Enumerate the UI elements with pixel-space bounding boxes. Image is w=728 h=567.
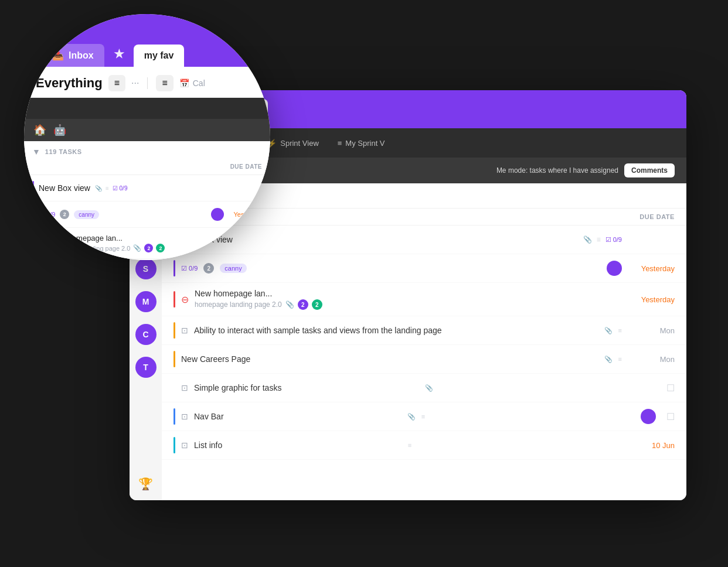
task-name-main: New homepage lan...: [195, 289, 622, 298]
subtask-icon: ⊡: [181, 440, 188, 450]
badge-purple: 2: [144, 244, 153, 252]
task-name-sub: homepage landing page 2.0 📎 2 2: [195, 299, 622, 310]
task-tag-canny: canny: [220, 264, 246, 273]
calendar-icon: 📅: [179, 78, 189, 88]
task-meta: 📎 ≡ ☑ 0/9: [95, 185, 128, 192]
task-priority-border: [174, 437, 175, 453]
blocked-icon: ⊖: [181, 294, 189, 305]
task-due-date: Mon: [628, 355, 675, 364]
task-border: [32, 207, 34, 221]
task-priority-border: [174, 380, 175, 396]
task-row[interactable]: ⊡ Ability to interact with sample tasks …: [162, 316, 686, 345]
task-meta: 📎 ≡ ☑ 0/9: [583, 235, 622, 244]
circle-toolbar: Everything ≡ ··· ≡ 📅 Cal: [24, 67, 270, 98]
list-icon: ≡: [114, 78, 120, 88]
task-border: [32, 181, 34, 195]
avatar-m[interactable]: M: [135, 291, 157, 312]
robot-icon[interactable]: 🤖: [53, 124, 66, 136]
lines-icon: ≡: [618, 356, 622, 363]
collapse-icon[interactable]: ▼: [32, 147, 40, 156]
task-row[interactable]: ⊡ List info ≡ 10 Jun: [162, 431, 686, 460]
avatar-s[interactable]: S: [135, 258, 157, 279]
avatar-c[interactable]: C: [135, 324, 157, 345]
task-row[interactable]: ⊖ New homepage lan... homepage landing p…: [162, 283, 686, 316]
circle-col-header: DUE DATE: [24, 161, 270, 175]
inbox-icon: 📥: [52, 50, 64, 61]
lines-icon: ≡: [106, 185, 109, 192]
task-title: New Box view: [39, 183, 90, 193]
task-priority-border: [174, 322, 175, 339]
badge-green: 2: [312, 299, 322, 310]
badge-count: 2: [203, 263, 214, 274]
alt-list-button[interactable]: ≡: [156, 75, 173, 91]
task-main-row: ☑ 0/9 2 canny Yesterday: [32, 207, 262, 221]
lines-icon: ≡: [421, 413, 425, 420]
circle-task-list: ▼ 119 TASKS DUE DATE New Box view: [24, 141, 270, 260]
blocked-icon: ⊖: [39, 238, 46, 248]
col-due-label: DUE DATE: [230, 163, 262, 170]
attachment-icon: 📎: [583, 235, 592, 244]
comments-button[interactable]: Comments: [624, 163, 675, 177]
assignee-avatar: [211, 208, 224, 221]
list-item[interactable]: ⊖ New homepage lan... homepage landing p…: [24, 228, 270, 259]
col-header-due: DUE DATE: [616, 213, 675, 220]
checkbox-count: ☑ 0/9: [605, 236, 622, 244]
task-count-label: 119 TASKS: [45, 148, 82, 155]
task-priority-border: [174, 408, 175, 425]
calendar-view-button[interactable]: 📅 Cal: [179, 78, 205, 88]
attachment-icon: 📎: [604, 356, 613, 363]
checkbox-icon: ☐: [666, 382, 675, 394]
home-icon[interactable]: 🏠: [33, 124, 46, 136]
subtask-icon: ⊡: [181, 412, 188, 421]
lines-icon: ≡: [408, 442, 411, 449]
list-item[interactable]: ☑ 0/9 2 canny Yesterday: [24, 201, 270, 228]
more-options-button[interactable]: ···: [131, 78, 139, 88]
clip-icon: 📎: [95, 185, 102, 192]
lines-icon: ≡: [618, 327, 622, 334]
alt-list-icon: ≡: [162, 78, 167, 88]
subtask-icon: ⊡: [181, 383, 188, 392]
circle-title: Everything: [36, 76, 103, 91]
attachment-icon: 📎: [407, 413, 416, 421]
task-assignee-avatar: [641, 409, 656, 424]
circle-task-count: ▼ 119 TASKS: [24, 141, 270, 161]
tag-canny: canny: [74, 210, 99, 219]
circle-content: 📥 Inbox ★ my fav Everything ≡ ···: [24, 14, 270, 260]
task-due-date: Mon: [628, 326, 675, 335]
checkbox-icon: ☐: [666, 411, 675, 422]
task-main-row: New Box view 📎 ≡ ☑ 0/9: [32, 181, 262, 195]
attachment-icon: 📎: [425, 384, 433, 392]
circle-nav: [24, 98, 270, 119]
attachment-icon: 📎: [604, 327, 613, 334]
task-row[interactable]: ⊡ Simple graphic for tasks 📎 ☐: [162, 374, 686, 402]
my-sprint-icon: ≡: [338, 139, 342, 148]
icon-row: 🏠 🤖: [24, 119, 270, 141]
count-badge: 2: [60, 210, 69, 219]
task-row[interactable]: ⊡ Nav Bar 📎 ≡ ☐: [162, 402, 686, 431]
circle-tab-star[interactable]: ★: [107, 41, 131, 67]
task-row[interactable]: New Careers Page 📎 ≡ Mon: [162, 345, 686, 374]
due-date: Yesterday: [233, 211, 262, 218]
trophy-icon: 🏆: [138, 477, 153, 491]
list-item[interactable]: New Box view 📎 ≡ ☑ 0/9: [24, 175, 270, 201]
avatar-t[interactable]: T: [135, 357, 157, 378]
task-main-row: ⊖ New homepage lan... homepage landing p…: [32, 234, 262, 252]
task-border: [32, 236, 34, 250]
task-due-date: 10 Jun: [628, 441, 675, 450]
circle-header: 📥 Inbox ★ my fav: [24, 14, 270, 67]
task-subtitle: homepage landing page 2.0 📎 2 2: [50, 244, 229, 252]
checkbox-fraction: ☑ 0/9: [39, 211, 55, 218]
circle-tab-inbox[interactable]: 📥 Inbox: [42, 44, 104, 67]
task-name: Simple graphic for tasks: [194, 383, 416, 392]
circle-tab-myfav[interactable]: my fav: [134, 45, 185, 67]
circle-zoom-overlay: 📥 Inbox ★ my fav Everything ≡ ···: [24, 14, 270, 260]
task-priority-border: [174, 260, 175, 276]
task-priority-border: [174, 351, 175, 367]
badge-green: 2: [156, 244, 165, 252]
checkbox-fraction: ☑ 0/9: [113, 185, 128, 192]
lines-icon: ≡: [597, 235, 601, 244]
task-name: Ability to interact with sample tasks an…: [194, 326, 598, 335]
nav-my-sprint[interactable]: ≡ My Sprint V: [329, 135, 393, 151]
circle-tabs: 📥 Inbox ★ my fav: [42, 41, 184, 67]
list-view-button[interactable]: ≡: [108, 75, 125, 91]
